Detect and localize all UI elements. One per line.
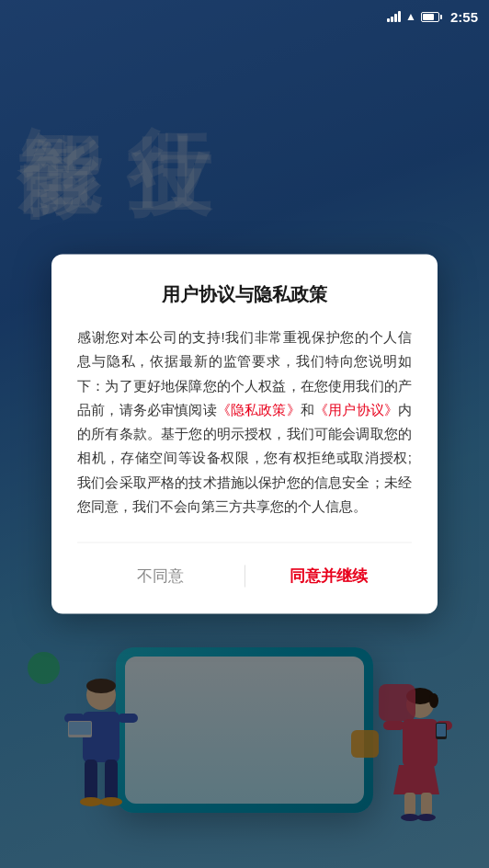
status-bar: ▲ 2:55: [0, 0, 489, 33]
signal-bar-1: [387, 18, 390, 22]
battery-tip: [440, 15, 442, 19]
dialog-body-mid: 和: [301, 401, 314, 417]
dialog-actions: 不同意 同意并继续: [77, 542, 412, 594]
dialog-body-rest: 内的所有条款。基于您的明示授权，我们可能会调取您的相机，存储空间等设备权限，您有…: [77, 401, 412, 513]
signal-bar-3: [394, 14, 397, 22]
status-time: 2:55: [450, 9, 478, 25]
dialog-body: 感谢您对本公司的支持!我们非常重视保护您的个人信息与隐私，依据最新的监管要求，我…: [77, 326, 412, 519]
signal-bar-2: [391, 17, 393, 22]
battery-icon: [421, 12, 442, 22]
signal-icon: [387, 11, 401, 22]
wifi-icon: ▲: [405, 10, 416, 23]
status-icons: ▲ 2:55: [387, 9, 478, 25]
signal-bar-4: [398, 11, 401, 22]
decline-button[interactable]: 不同意: [77, 558, 244, 594]
battery-body: [421, 12, 439, 22]
accept-button[interactable]: 同意并继续: [245, 558, 413, 594]
privacy-link[interactable]: 《隐私政策》: [217, 401, 301, 417]
dialog-title: 用户协议与隐私政策: [77, 282, 412, 307]
battery-fill: [423, 14, 434, 20]
agreement-link[interactable]: 《用户协议》: [314, 401, 398, 417]
dialog: 用户协议与隐私政策 感谢您对本公司的支持!我们非常重视保护您的个人信息与隐私，依…: [51, 255, 438, 614]
